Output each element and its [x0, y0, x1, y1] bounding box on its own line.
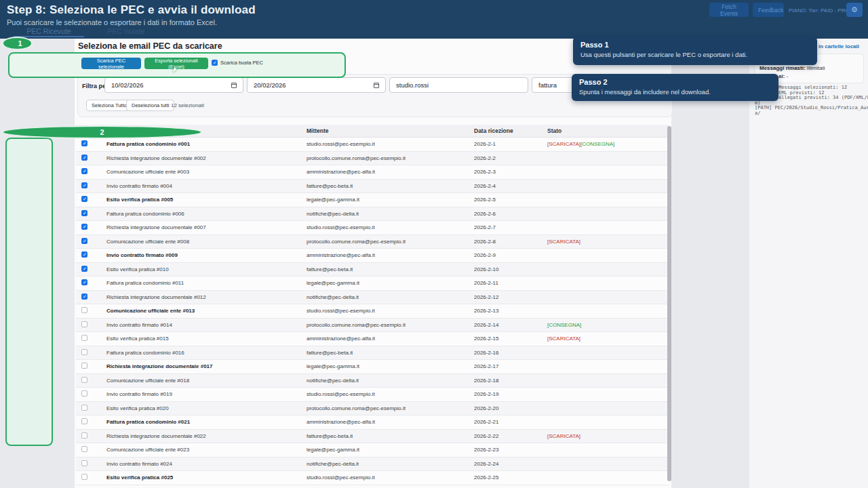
- row-select-cell: [76, 140, 106, 148]
- quota-partial-line: al: -: [778, 73, 788, 79]
- row-sender: fatture@pec-beta.it: [307, 433, 474, 439]
- row-checkbox[interactable]: [81, 405, 87, 411]
- row-checkbox[interactable]: [81, 432, 87, 439]
- row-subject: Fattura pratica condominio #006: [106, 211, 307, 217]
- row-checkbox[interactable]: [81, 224, 87, 230]
- row-select-cell: [76, 210, 106, 218]
- row-sender: fatture@pec-beta.it: [307, 350, 474, 356]
- row-sender: protocollo.comune.roma@pec-esempio.it: [307, 405, 474, 411]
- row-select-cell: [76, 293, 106, 301]
- table-row: Invio contratto firmato #024notifiche@pe…: [76, 458, 669, 472]
- row-sender: fatture@pec-beta.it: [307, 266, 474, 272]
- row-checkbox[interactable]: [81, 460, 87, 466]
- row-checkbox[interactable]: [81, 210, 87, 216]
- download-selected-button[interactable]: Scarica PEC selezionate: [81, 58, 141, 69]
- row-select-cell: [76, 182, 106, 190]
- row-checkbox[interactable]: [81, 168, 87, 174]
- row-checkbox[interactable]: [81, 474, 87, 480]
- row-checkbox[interactable]: [81, 363, 87, 369]
- row-subject: Esito verifica pratica #025: [106, 474, 307, 481]
- row-sender: legale@pec-gamma.it: [307, 197, 474, 203]
- row-select-cell: [76, 307, 106, 314]
- row-checkbox[interactable]: [81, 238, 87, 244]
- table-row: Fattura pratica condominio #001studio.ro…: [76, 138, 669, 152]
- row-subject: Fattura pratica condominio #001: [106, 141, 307, 147]
- row-checkbox[interactable]: [81, 418, 87, 424]
- row-sender: protocollo.comune.roma@pec-esempio.it: [307, 155, 474, 161]
- row-subject: Fattura pratica condominio #016: [106, 350, 307, 356]
- status-tag: [CONSEGNA]: [580, 141, 614, 147]
- row-checkbox[interactable]: [81, 140, 87, 146]
- row-sender: legale@pec-gamma.it: [307, 280, 474, 286]
- row-date: 2026-2-19: [474, 391, 547, 397]
- fetch-events-button[interactable]: Fetch Events: [709, 3, 749, 17]
- row-sender: legale@pec-gamma.it: [307, 363, 474, 369]
- table-row: Comunicazione ufficiale ente #003amminis…: [76, 165, 669, 180]
- row-checkbox[interactable]: [81, 349, 87, 355]
- row-sender: amministrazione@pec-alfa.it: [307, 419, 474, 425]
- status-tag: [SCARICATA]: [547, 141, 580, 147]
- row-checkbox[interactable]: [81, 251, 87, 258]
- row-subject: Comunicazione ufficiale ente #008: [106, 239, 307, 245]
- row-status: [CONSEGNA]: [547, 322, 669, 328]
- row-checkbox[interactable]: [81, 321, 87, 327]
- row-select-cell: [76, 390, 106, 398]
- row-sender: protocollo.comune.roma@pec-esempio.it: [307, 239, 474, 245]
- row-checkbox[interactable]: [81, 196, 87, 202]
- select-all-button[interactable]: Seleziona Tutto: [86, 100, 132, 111]
- plan-badge: PIANO: Tier: PAID - PRO: [789, 7, 850, 14]
- row-subject: Comunicazione ufficiale ente #013: [106, 308, 307, 314]
- row-checkbox[interactable]: [81, 293, 87, 300]
- row-date: 2026-2-13: [474, 308, 547, 314]
- row-select-cell: [76, 432, 106, 440]
- row-select-cell: [76, 418, 106, 426]
- row-checkbox[interactable]: [81, 266, 87, 272]
- selected-count: 12 selezionati: [171, 102, 204, 108]
- row-sender: legale@pec-gamma.it: [307, 447, 474, 453]
- row-checkbox[interactable]: [81, 307, 87, 313]
- row-checkbox[interactable]: [81, 182, 87, 188]
- table-scrollbar[interactable]: [667, 126, 671, 481]
- row-sender: protocollo.comune.roma@pec-esempio.it: [307, 322, 474, 328]
- date-to-input[interactable]: [247, 77, 386, 93]
- row-subject: Comunicazione ufficiale ente #018: [106, 378, 307, 384]
- deselect-all-button[interactable]: Deseleziona tutti: [126, 100, 174, 111]
- row-checkbox[interactable]: [81, 446, 87, 452]
- row-sender: studio.rossi@pec-esempio.it: [307, 474, 474, 481]
- settings-icon[interactable]: ⚙: [846, 3, 863, 17]
- row-sender: studio.rossi@pec-esempio.it: [307, 224, 474, 230]
- row-checkbox[interactable]: [81, 279, 87, 285]
- row-subject: Invio contratto firmato #019: [106, 391, 307, 397]
- row-date: 2026-2-10: [474, 266, 547, 272]
- row-select-cell: [76, 321, 106, 329]
- table-row: Richiesta integrazione documentale #002p…: [76, 152, 669, 166]
- row-sender: amministrazione@pec-alfa.it: [307, 336, 474, 342]
- table-row: Invio contratto firmato #019studio.rossi…: [76, 388, 669, 402]
- row-subject: Esito verifica pratica #015: [106, 336, 307, 342]
- row-select-cell: [76, 266, 106, 273]
- row-date: 2026-2-22: [474, 433, 547, 439]
- calendar-icon[interactable]: [231, 83, 237, 88]
- row-checkbox[interactable]: [81, 377, 87, 383]
- row-select-cell: [76, 405, 106, 412]
- table-row: Esito verifica pratica #025studio.rossi@…: [76, 471, 669, 485]
- row-date: 2026-2-3: [474, 169, 547, 175]
- tab-pec-inviate[interactable]: PEC inviate: [95, 27, 157, 37]
- row-checkbox[interactable]: [81, 335, 87, 341]
- row-select-cell: [76, 224, 106, 231]
- row-subject: Richiesta integrazione documentale #017: [106, 363, 307, 369]
- busta-checkbox-group[interactable]: Scarica busta PEC: [212, 60, 263, 66]
- busta-checkbox[interactable]: [212, 60, 218, 66]
- sender-filter-input[interactable]: [389, 77, 528, 93]
- table-row: Esito verifica pratica #010fatture@pec-b…: [76, 263, 669, 277]
- date-from-input[interactable]: [104, 77, 243, 93]
- row-date: 2026-2-16: [474, 350, 547, 356]
- row-subject: Fattura pratica condominio #011: [106, 280, 307, 286]
- row-checkbox[interactable]: [81, 155, 87, 161]
- row-select-cell: [76, 377, 106, 384]
- calendar-icon[interactable]: [374, 83, 379, 88]
- row-checkbox[interactable]: [81, 390, 87, 396]
- row-date: 2026-2-7: [474, 224, 547, 230]
- feedback-button[interactable]: Feedback: [753, 3, 784, 17]
- row-date: 2026-2-9: [474, 252, 547, 258]
